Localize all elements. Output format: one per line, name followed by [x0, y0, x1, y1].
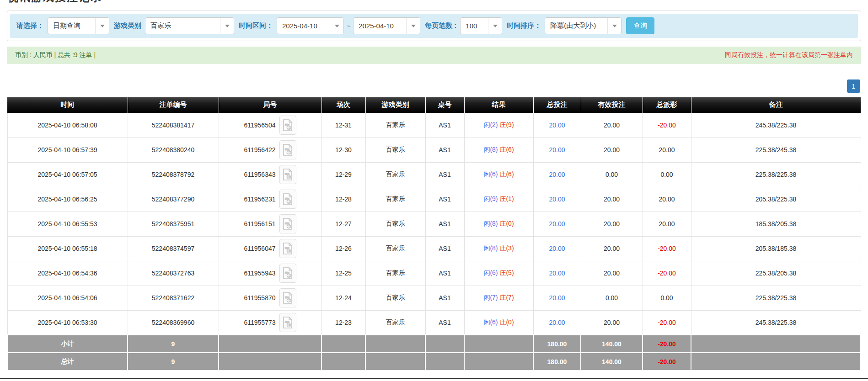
time-range-label: 时间区间： [239, 21, 273, 30]
bet-id-cell: 522408378792 [128, 162, 219, 187]
total-bet-cell: 20.00 [533, 236, 581, 261]
payout-cell: 20.00 [643, 187, 691, 212]
session-cell: 12-28 [321, 187, 365, 212]
result-player: 闲(8) [483, 244, 498, 252]
result-cell: 闲(6) 庄(6) [464, 162, 533, 187]
header-result: 结果 [464, 97, 533, 113]
game-type-cell: 百家乐 [365, 212, 425, 236]
session-cell: 12-30 [321, 138, 365, 162]
table-row: 2025-04-10 06:57:39522408380240611956422… [7, 138, 861, 162]
total-payout: -20.00 [643, 353, 691, 370]
chevron-down-icon [488, 18, 502, 34]
game-type-label: 游戏类别 [114, 21, 141, 30]
video-replay-button[interactable] [279, 214, 296, 233]
valid-bet-cell: 20.00 [581, 261, 643, 286]
payout-cell: 0.00 [643, 286, 691, 310]
time-cell: 2025-04-10 06:57:39 [7, 138, 128, 162]
date-to-select[interactable]: 2025-04-10 [353, 17, 420, 34]
video-file-icon [283, 292, 293, 304]
round-cell: 611956504 [219, 113, 321, 138]
table-body: 2025-04-10 06:58:08522408381417611956504… [7, 113, 861, 335]
round-number: 611955773 [244, 319, 275, 326]
bet-id-cell: 522408371622 [128, 286, 219, 310]
game-type-select[interactable]: 百家乐 [145, 17, 234, 34]
result-player: 闲(6) [483, 318, 498, 326]
result-player: 闲(6) [483, 170, 498, 178]
video-file-icon [283, 169, 293, 180]
result-banker: 庄(0) [499, 318, 514, 326]
table-no-cell: AS1 [425, 261, 464, 286]
time-cell: 2025-04-10 06:57:05 [7, 162, 128, 187]
video-replay-button[interactable] [279, 264, 296, 283]
date-to-value: 2025-04-10 [354, 18, 406, 34]
table-no-cell: AS1 [425, 286, 464, 310]
remark-cell: 205.38/225.38 [691, 187, 861, 212]
header-payout: 总派彩 [643, 97, 691, 113]
video-replay-button[interactable] [279, 165, 296, 184]
table-header-row: 时间 注单编号 局号 场次 游戏类别 桌号 结果 总投注 有效投注 总派彩 备注 [7, 97, 861, 113]
total-row: 总计 9 180.00 140.00 -20.00 [7, 353, 861, 370]
total-bet-cell: 20.00 [533, 212, 581, 236]
video-replay-button[interactable] [279, 288, 296, 307]
result-player: 闲(7) [483, 294, 498, 301]
filter-bar: 请选择： 日期查询 游戏类别 百家乐 时间区间： 2025-04-10 ~ 20… [10, 14, 858, 38]
page-size-select[interactable]: 100 [460, 17, 502, 34]
table-row: 2025-04-10 06:55:53522408375951611956151… [7, 212, 861, 236]
video-replay-button[interactable] [279, 239, 296, 258]
round-number: 611956151 [244, 220, 275, 228]
total-bet-cell: 20.00 [533, 138, 581, 162]
valid-bet-cell: 0.00 [581, 286, 643, 310]
date-from-select[interactable]: 2025-04-10 [277, 17, 344, 34]
video-file-icon [283, 144, 293, 156]
table-no-cell: AS1 [425, 113, 464, 138]
table-row: 2025-04-10 06:53:30522408369960611955773… [7, 310, 861, 335]
time-sort-select[interactable]: 降冪(由大到小) [545, 17, 622, 34]
page-1-button[interactable]: 1 [847, 79, 860, 93]
summary-bar: 币别 : 人民币 | 总共 :9 注单 | 同局有效投注，统一计算在该局第一张注… [7, 47, 861, 64]
round-cell: 611955870 [219, 286, 321, 310]
video-replay-button[interactable] [279, 313, 296, 332]
table-row: 2025-04-10 06:58:08522408381417611956504… [7, 113, 861, 138]
payout-cell: -20.00 [643, 236, 691, 261]
session-cell: 12-29 [321, 162, 365, 187]
result-player: 闲(6) [483, 269, 498, 276]
result-banker: 庄(9) [499, 121, 514, 128]
remark-cell: 225.38/245.38 [691, 138, 861, 162]
time-cell: 2025-04-10 06:55:53 [7, 212, 128, 236]
game-type-cell: 百家乐 [365, 162, 425, 187]
video-replay-button[interactable] [279, 190, 296, 209]
video-replay-button[interactable] [279, 140, 296, 159]
valid-bet-cell: 20.00 [581, 138, 643, 162]
table-row: 2025-04-10 06:56:25522408377290611956231… [7, 187, 861, 212]
total-label: 总计 [7, 353, 128, 370]
result-banker: 庄(7) [499, 294, 514, 301]
page-size-value: 100 [461, 18, 488, 34]
round-number: 611956422 [244, 146, 275, 153]
page-title: 视讯游戏投注记录 [0, 0, 868, 4]
video-replay-button[interactable] [279, 116, 296, 135]
search-button[interactable]: 查询 [626, 17, 654, 34]
remark-cell: 225.38/225.38 [691, 286, 861, 310]
video-file-icon [283, 243, 293, 254]
result-banker: 庄(0) [499, 220, 514, 227]
round-number: 611956504 [244, 122, 275, 129]
result-player: 闲(8) [483, 220, 498, 227]
header-round: 局号 [219, 97, 321, 113]
header-session: 场次 [321, 97, 365, 113]
result-cell: 闲(6) 庄(0) [464, 310, 533, 335]
table-row: 2025-04-10 06:54:06522408371622611955870… [7, 286, 861, 310]
total-bet-cell: 20.00 [533, 310, 581, 335]
result-banker: 庄(1) [499, 195, 514, 202]
game-type-cell: 百家乐 [365, 286, 425, 310]
video-file-icon [283, 317, 293, 328]
valid-bet-cell: 20.00 [581, 113, 643, 138]
result-player: 闲(8) [483, 146, 498, 153]
query-type-select[interactable]: 日期查询 [48, 17, 109, 34]
bet-id-cell: 522408381417 [128, 113, 219, 138]
game-type-cell: 百家乐 [365, 113, 425, 138]
chevron-down-icon [220, 18, 234, 34]
table-no-cell: AS1 [425, 138, 464, 162]
valid-bet-cell: 0.00 [581, 162, 643, 187]
chevron-down-icon [607, 18, 621, 34]
total-bet-cell: 20.00 [533, 162, 581, 187]
